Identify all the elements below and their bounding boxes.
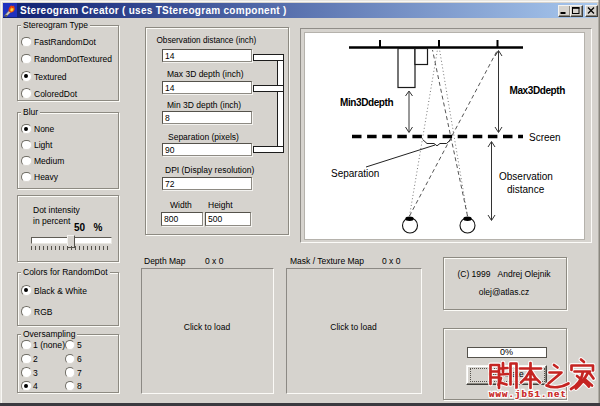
svg-text:Separation: Separation — [331, 167, 379, 178]
svg-text:Min3Ddepth: Min3Ddepth — [340, 96, 394, 107]
svg-text:www.jb51.net: www.jb51.net — [489, 390, 567, 400]
svg-text:distance: distance — [507, 184, 545, 195]
svg-text:Screen: Screen — [529, 131, 561, 142]
svg-text:Max3Ddepth: Max3Ddepth — [510, 84, 566, 95]
svg-text:Observation: Observation — [499, 171, 553, 182]
